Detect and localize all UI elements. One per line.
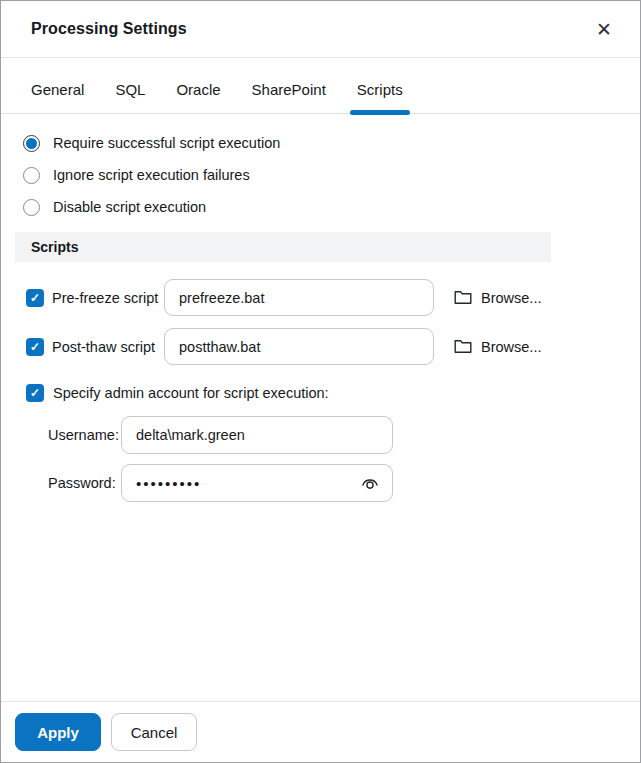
username-field[interactable] xyxy=(121,416,393,454)
tab-general[interactable]: General xyxy=(31,81,84,113)
folder-icon xyxy=(454,290,472,305)
tab-sharepoint[interactable]: SharePoint xyxy=(252,81,326,113)
post-thaw-browse-button[interactable]: Browse... xyxy=(454,339,541,355)
password-label: Password: xyxy=(48,475,121,491)
pre-freeze-label: Pre-freeze script xyxy=(52,290,164,306)
radio-label: Ignore script execution failures xyxy=(53,167,250,183)
browse-label: Browse... xyxy=(481,339,541,355)
dialog-footer: Apply Cancel xyxy=(1,701,640,762)
tab-bar: General SQL Oracle SharePoint Scripts xyxy=(1,81,640,114)
radio-label: Disable script execution xyxy=(53,199,206,215)
password-row: Password: xyxy=(48,464,640,502)
script-execution-radio-group: Require successful script execution Igno… xyxy=(1,114,640,223)
checkmark-icon: ✓ xyxy=(30,292,40,304)
folder-icon xyxy=(454,339,472,354)
dialog-title: Processing Settings xyxy=(31,20,187,38)
specify-admin-label: Specify admin account for script executi… xyxy=(53,385,329,401)
password-field[interactable] xyxy=(121,464,393,502)
radio-unselected-icon[interactable] xyxy=(23,167,40,184)
specify-admin-checkbox[interactable]: ✓ xyxy=(26,384,44,402)
apply-button[interactable]: Apply xyxy=(15,713,101,751)
tab-oracle[interactable]: Oracle xyxy=(176,81,220,113)
checkmark-icon: ✓ xyxy=(30,387,40,399)
section-title: Scripts xyxy=(31,239,78,255)
post-thaw-label: Post-thaw script xyxy=(52,339,164,355)
browse-label: Browse... xyxy=(481,290,541,306)
tab-sql[interactable]: SQL xyxy=(115,81,145,113)
pre-freeze-checkbox[interactable]: ✓ xyxy=(26,289,44,307)
radio-selected-icon[interactable] xyxy=(23,135,40,152)
show-password-eye-icon[interactable] xyxy=(360,476,380,491)
radio-unselected-icon[interactable] xyxy=(23,199,40,216)
post-thaw-row: ✓ Post-thaw script Browse... xyxy=(26,328,640,365)
radio-disable-execution[interactable]: Disable script execution xyxy=(23,191,640,223)
pre-freeze-row: ✓ Pre-freeze script Browse... xyxy=(26,279,640,316)
post-thaw-script-input[interactable] xyxy=(164,328,434,365)
pre-freeze-browse-button[interactable]: Browse... xyxy=(454,290,541,306)
checkmark-icon: ✓ xyxy=(30,341,40,353)
radio-require-successful[interactable]: Require successful script execution xyxy=(23,127,640,159)
pre-freeze-script-input[interactable] xyxy=(164,279,434,316)
post-thaw-checkbox[interactable]: ✓ xyxy=(26,338,44,356)
tab-scripts[interactable]: Scripts xyxy=(357,81,403,113)
username-label: Username: xyxy=(48,427,121,443)
scripts-section-header: Scripts xyxy=(15,232,551,262)
processing-settings-dialog: Processing Settings ✕ General SQL Oracle… xyxy=(0,0,641,763)
cancel-button[interactable]: Cancel xyxy=(111,713,197,751)
radio-label: Require successful script execution xyxy=(53,135,280,151)
close-icon[interactable]: ✕ xyxy=(592,16,616,43)
dialog-header: Processing Settings ✕ xyxy=(1,1,640,58)
radio-ignore-failures[interactable]: Ignore script execution failures xyxy=(23,159,640,191)
username-row: Username: xyxy=(48,416,640,454)
specify-admin-account-row[interactable]: ✓ Specify admin account for script execu… xyxy=(26,384,640,402)
